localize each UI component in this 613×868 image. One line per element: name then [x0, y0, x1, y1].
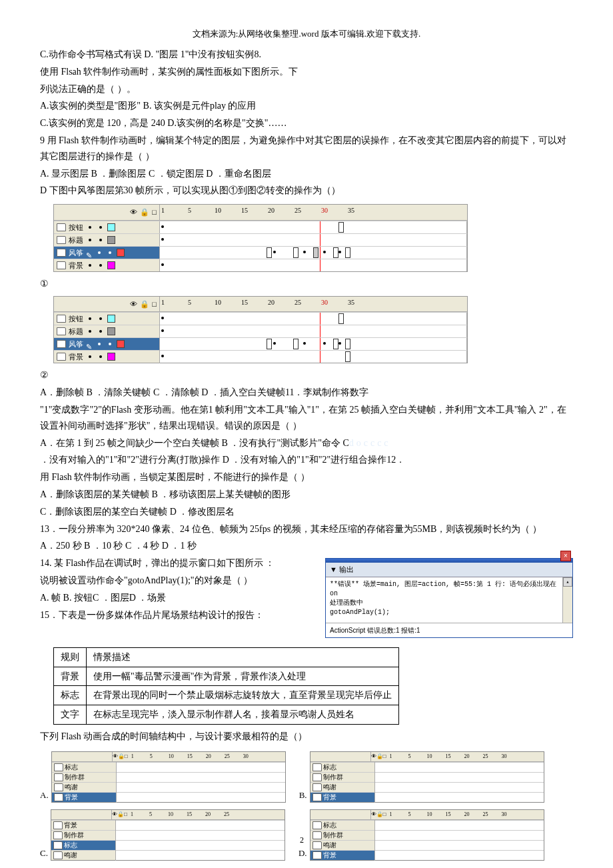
lock-icon: 🔒	[140, 298, 149, 311]
layer-row: 背景	[54, 259, 467, 271]
layer-row: 标题	[54, 325, 467, 337]
label-circled-2: ②	[40, 367, 49, 383]
outline-icon: □	[152, 298, 157, 311]
layer-row: 标题	[54, 233, 467, 246]
error-footer: ActionScript 错误总数:1 报错:1	[326, 623, 572, 637]
timeline-ruler: 15101520253035	[160, 297, 467, 308]
option-label-a: A.	[40, 788, 49, 803]
output-tab: ▼ 输出	[326, 563, 572, 577]
error-line: gotoAndPlay(1);	[330, 608, 568, 617]
label-circled-1: ①	[40, 276, 49, 292]
timeline-image-2: 👁 🔒 □ 15101520253035 按钮 标题 风筝✎ 背景	[53, 296, 468, 364]
q15-after: 下列 Flash 动画合成的时间轴结构中，与设计要求最相符的是（）	[40, 729, 573, 745]
layer-row: 按钮	[54, 221, 467, 233]
q12-stem: 用 Flash 软件制作动画，当锁定某图层时，不能进行的操作是（ ）	[40, 469, 573, 485]
q12-option-ab: A．删除该图层的某关键帧 B ．移动该图层上某关键帧的图形	[40, 487, 573, 503]
layer-row-selected: 风筝✎	[54, 337, 467, 350]
watermark: docccc	[349, 438, 391, 448]
mini-timeline-b: 👁🔒□151015202530 标志 制作群 鸣谢 背景	[310, 751, 544, 803]
option-label-b: B.	[299, 788, 307, 803]
close-icon: ×	[560, 551, 571, 561]
q13-stem: 13．一段分辨率为 320*240 像素、24 位色、帧频为 25fps 的视频…	[40, 521, 573, 537]
mini-timeline-c: 👁🔒□1510152025 背景 制作群 标志 鸣谢	[51, 809, 285, 861]
eye-icon: 👁	[130, 206, 137, 219]
q13-options: A．250 秒 B ．10 秒 C ．4 秒 D ．1 秒	[40, 538, 573, 554]
timeline-ruler: 15101520253035	[160, 205, 467, 216]
q11-option-cd: ．没有对输入的"1"和"2"进行分离(打散)操作 D ．没有对输入的"1"和"2…	[40, 452, 573, 468]
option-label-c: C.	[40, 846, 48, 861]
error-line: **错误** 场景=main, 图层=action, 帧=55:第 1 行: 语…	[330, 580, 568, 599]
q9-stem: 9 用 Flash 软件制作动画时，编辑某个特定的图层，为避免操作中对其它图层的…	[40, 133, 573, 165]
mini-timeline-a: 👁🔒□151015202530 标志 制作群 鸣谢 背景	[51, 751, 286, 803]
eye-icon: 👁	[130, 298, 137, 311]
q7-option-cd: C.动作命令书写格式有误 D. "图层 1"中没有按钮实例8.	[40, 47, 573, 63]
option-label-d: D.	[299, 846, 307, 861]
header-note: 文档来源为:从网络收集整理.word 版本可编辑.欢迎下载支持.	[40, 27, 573, 41]
lock-icon: 🔒	[140, 206, 149, 219]
q9-options: A. 显示图层 B ．删除图层 C ．锁定图层 D ．重命名图层	[40, 166, 573, 182]
scene-table: 规则情景描述 背景使用一幅"毒品警示漫画"作为背景，背景作淡入处理 标志在背景出…	[53, 647, 399, 725]
layer-row: 背景	[54, 350, 467, 363]
flash-output-panel: × ▼ 输出 **错误** 场景=main, 图层=action, 帧=55:第…	[325, 558, 573, 638]
timeline-image-1: 👁 🔒 □ 15101520253035 按钮 标题 风筝✎ 背景	[53, 204, 468, 272]
layer-row-selected: 风筝✎	[54, 246, 467, 259]
q12-option-cd: C．删除该图层的某空白关键帧 D ．修改图层名	[40, 504, 573, 520]
page-number: 2	[300, 833, 304, 847]
error-line: 处理函数中	[330, 599, 568, 608]
q10-stem: D 下图中风筝图层第30 帧所示，可以实现从图①到图②转变的操作为（）	[40, 183, 573, 199]
q8-stem-2: 列说法正确的是（ ）。	[40, 81, 573, 97]
q11-line1: A．删除帧 B ．清除关键帧 C ．清除帧 D ．插入空白关键帧11．李斌制作将…	[40, 385, 573, 401]
layer-row: 按钮	[54, 312, 467, 325]
q8-option-cd: C.该实例的宽是 120，高是 240 D.该实例的名称是"交换"……	[40, 115, 573, 131]
q8-stem-1: 使用 Flsah 软件制作动画时，某实例的属性面板如下图所示。下	[40, 64, 573, 80]
outline-icon: □	[152, 206, 157, 219]
mini-timeline-d: 👁🔒□151015202530 标志 制作群 鸣谢 背景	[310, 809, 544, 861]
scrollbar: ▴	[562, 577, 572, 623]
q11-option-ab: A．在第 1 到 25 帧之间缺少一个空白关键帧 B ．没有执行"测试影片"命令…	[40, 435, 573, 451]
q8-option-ab: A.该实例的类型是"图形" B. 该实例是元件play 的应用	[40, 98, 573, 114]
q11-line2: "1"变成数字"2"的Flash 变形动画。他在第1 帧利用"文本工具"输入"1…	[40, 402, 573, 434]
